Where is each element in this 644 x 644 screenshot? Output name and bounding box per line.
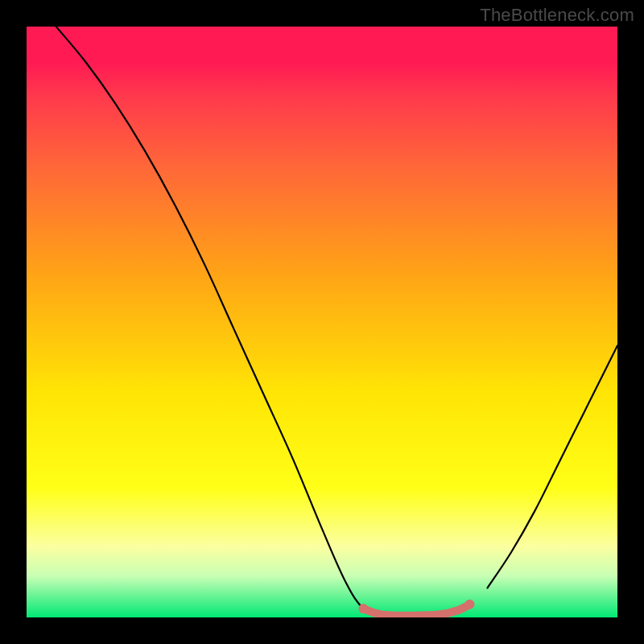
highlight-start-dot (358, 604, 368, 613)
watermark-text: TheBottleneck.com (480, 5, 634, 26)
plot-area (27, 27, 617, 617)
bottleneck-valley-highlight (363, 605, 469, 616)
highlight-end-dot (465, 600, 475, 609)
bottleneck-left-curve (56, 27, 382, 615)
curve-layer (27, 27, 617, 617)
bottleneck-right-curve (488, 345, 617, 588)
chart-frame: TheBottleneck.com (0, 0, 644, 644)
